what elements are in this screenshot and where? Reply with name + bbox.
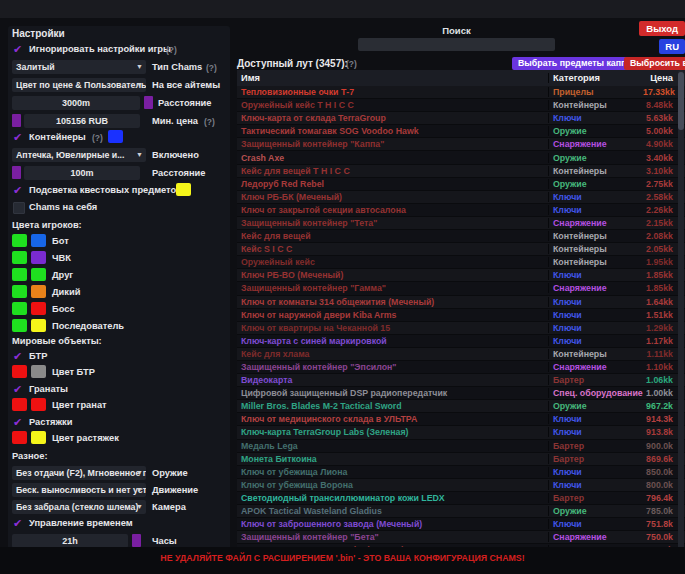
table-row[interactable]: Защищенный контейнер "Гамма"Снаряжение1.… xyxy=(237,282,685,295)
hours-input[interactable]: 21h xyxy=(12,534,128,548)
player-color-swatch-2[interactable] xyxy=(31,234,46,247)
table-row[interactable]: Монета БиткоинаБартер869.6k xyxy=(237,453,685,466)
item-name: Оружейный кейс xyxy=(237,257,548,267)
table-row[interactable]: Ключ от медицинского склада в УЛЬТРАКлюч… xyxy=(237,413,685,426)
quest-highlight-checkbox[interactable] xyxy=(13,184,25,196)
table-row[interactable]: Тепловизионные очки Т-7Прицелы17.33kk xyxy=(237,86,685,99)
item-category: Контейнеры xyxy=(548,166,643,176)
table-row[interactable]: Crash AxeОружие3.40kk xyxy=(237,151,685,164)
table-row[interactable]: Ключ РБ-ВО (Меченый)Ключи1.85kk xyxy=(237,269,685,282)
player-color-swatch-2[interactable] xyxy=(31,319,46,332)
player-color-label: Последователь xyxy=(52,321,124,331)
btr-checkbox[interactable] xyxy=(13,350,25,362)
table-row[interactable]: Ключ от убежища ЛионаКлючи850.0k xyxy=(237,466,685,479)
containers-filter-dropdown[interactable]: Аптечка, Ювелирные и...▼ xyxy=(12,148,146,162)
item-name: Цифровой защищенный DSP радиопередатчик xyxy=(237,388,548,398)
time-control-checkbox[interactable] xyxy=(13,517,25,529)
tripwire-color-swatch-1[interactable] xyxy=(12,431,27,444)
containers-distance-input[interactable]: 100m xyxy=(24,166,140,180)
ignore-game-settings-hint: (?) xyxy=(166,45,177,55)
table-row[interactable]: Miller Bros. Blades M-2 Tactical SwordОр… xyxy=(237,400,685,413)
containers-checkbox[interactable] xyxy=(13,131,25,143)
table-row[interactable]: Оружейный кейсКонтейнеры1.95kk xyxy=(237,256,685,269)
table-row[interactable]: Кейс для вещейКонтейнеры2.08kk xyxy=(237,230,685,243)
hours-color-swatch[interactable] xyxy=(132,534,141,547)
player-color-swatch-2[interactable] xyxy=(31,251,46,264)
table-row[interactable]: Ключ-карта от склада TerraGroupКлючи5.63… xyxy=(237,112,685,125)
table-row[interactable]: Кейс для вещей T H I C CКонтейнеры3.10kk xyxy=(237,165,685,178)
tripwires-checkbox[interactable] xyxy=(13,416,25,428)
item-name: Ключ от медицинского склада в УЛЬТРА xyxy=(237,414,548,424)
ignore-game-settings-checkbox[interactable] xyxy=(13,43,25,55)
player-colors-title: Цвета игроков: xyxy=(12,220,82,230)
items-distance-input[interactable]: 3000m xyxy=(12,96,140,110)
chevron-down-icon: ▼ xyxy=(136,60,143,74)
table-row[interactable]: ВидеокартаБартер1.06kk xyxy=(237,374,685,387)
chams-self-checkbox[interactable] xyxy=(13,202,25,214)
table-row[interactable]: Светодиодный трансиллюминатор кожи LEDXБ… xyxy=(237,492,685,505)
distance-color-swatch[interactable] xyxy=(144,96,153,109)
player-color-swatch-1[interactable] xyxy=(12,251,27,264)
player-color-swatch-1[interactable] xyxy=(12,319,27,332)
table-row[interactable]: Медаль LegaБартер900.0k xyxy=(237,440,685,453)
exit-button[interactable]: Выход xyxy=(639,21,685,36)
all-items-label: На все айтемы xyxy=(152,80,220,90)
table-row[interactable]: Защищенный контейнер "Тета"Снаряжение2.1… xyxy=(237,217,685,230)
table-row[interactable]: Ключ от убежища ВоронаКлючи800.0k xyxy=(237,479,685,492)
scrollbar-thumb[interactable] xyxy=(678,72,684,130)
table-row[interactable]: Тактический томагавк SOG Voodoo HawkОруж… xyxy=(237,125,685,138)
chams-type-dropdown[interactable]: Залитый▼ xyxy=(12,60,146,74)
player-color-swatch-1[interactable] xyxy=(12,285,27,298)
btr-color-swatch-2[interactable] xyxy=(31,365,46,378)
table-row[interactable]: Цифровой защищенный DSP радиопередатчикС… xyxy=(237,387,685,400)
language-button[interactable]: RU xyxy=(659,39,685,54)
tripwire-color-swatch-2[interactable] xyxy=(31,431,46,444)
table-row[interactable]: Ключ-карта TerraGroup Labs (Зеленая)Ключ… xyxy=(237,426,685,439)
grenade-color-swatch-2[interactable] xyxy=(31,398,46,411)
item-category: Контейнеры xyxy=(548,244,643,254)
table-row[interactable]: Кейс S I C CКонтейнеры2.05kk xyxy=(237,243,685,256)
player-color-swatch-1[interactable] xyxy=(12,268,27,281)
min-price-color-swatch[interactable] xyxy=(12,114,21,127)
table-row[interactable]: Оружейный кейс T H I C CКонтейнеры8.48kk xyxy=(237,99,685,112)
table-row[interactable]: Ключ от квартиры на Чеканной 15Ключи1.29… xyxy=(237,322,685,335)
item-name: Защищенный контейнер "Тета" xyxy=(237,218,548,228)
table-row[interactable]: Защищенный контейнер "Бета"Снаряжение750… xyxy=(237,531,685,544)
item-name: Оружейный кейс T H I C C xyxy=(237,100,548,110)
table-row[interactable]: Защищенный контейнер "Эпсилон"Снаряжение… xyxy=(237,361,685,374)
table-row[interactable]: Ключ от закрытой секции автосалонаКлючи2… xyxy=(237,204,685,217)
containers-color-swatch[interactable] xyxy=(108,130,123,143)
all-items-mode-dropdown[interactable]: Цвет по цене & Пользователь▼ xyxy=(12,78,146,92)
weapon-dropdown[interactable]: Без отдачи (F2), Мгновенное п▼ xyxy=(12,466,146,480)
player-color-swatch-1[interactable] xyxy=(12,302,27,315)
table-row[interactable]: Ледоруб Red RebelОружие2.75kk xyxy=(237,178,685,191)
world-objects-title: Мировые объекты: xyxy=(12,336,102,346)
drop-all-button[interactable]: Выбросить все xyxy=(624,57,685,70)
table-row[interactable]: Ключ от комнаты 314 общежития (Меченый)К… xyxy=(237,296,685,309)
table-row[interactable]: APOK Tactical Wasteland GladiusОружие785… xyxy=(237,505,685,518)
table-row[interactable]: Ключ от наружной двери Kiba ArmsКлючи1.5… xyxy=(237,309,685,322)
table-row[interactable]: Ключ от заброшенного завода (Меченый)Клю… xyxy=(237,518,685,531)
table-row[interactable]: Защищенный контейнер "Каппа"Снаряжение4.… xyxy=(237,138,685,151)
containers-distance-color-swatch[interactable] xyxy=(12,166,21,179)
table-row[interactable]: Кейс для хламаКонтейнеры1.11kk xyxy=(237,348,685,361)
camera-dropdown[interactable]: Без забрала (стекло шлема)▼ xyxy=(12,500,146,514)
item-category: Спец. оборудование xyxy=(548,388,643,398)
movement-dropdown[interactable]: Беск. выносливость и нет уста▼ xyxy=(12,483,146,497)
quest-highlight-color-swatch[interactable] xyxy=(176,183,191,196)
table-row[interactable]: Ключ РБ-БК (Меченый)Ключи2.58kk xyxy=(237,191,685,204)
select-kappa-items-button[interactable]: Выбрать предметы каппа xyxy=(512,57,637,70)
grenades-checkbox[interactable] xyxy=(13,383,25,395)
search-input[interactable] xyxy=(358,38,555,51)
player-color-swatch-2[interactable] xyxy=(31,302,46,315)
column-header-category[interactable]: Категория xyxy=(548,73,643,83)
player-color-swatch-2[interactable] xyxy=(31,268,46,281)
grenade-color-swatch-1[interactable] xyxy=(12,398,27,411)
btr-color-swatch-1[interactable] xyxy=(12,365,27,378)
player-color-swatch-1[interactable] xyxy=(12,234,27,247)
min-price-input[interactable]: 105156 RUB xyxy=(24,114,140,128)
table-row[interactable]: Ключ-карта с синей маркировкойКлючи1.17k… xyxy=(237,335,685,348)
player-color-swatch-2[interactable] xyxy=(31,285,46,298)
column-header-name[interactable]: Имя xyxy=(237,73,548,83)
table-scrollbar[interactable] xyxy=(678,70,684,552)
